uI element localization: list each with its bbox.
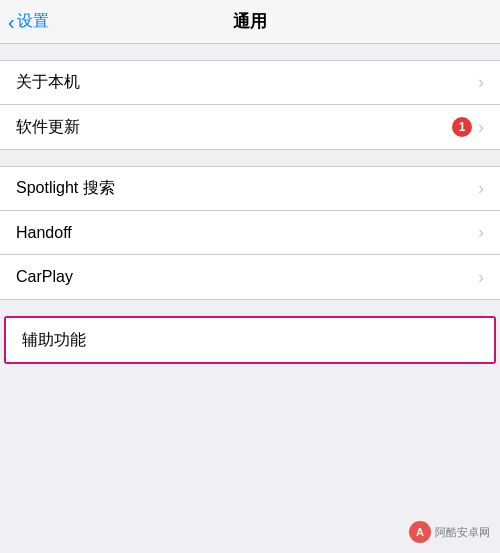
row-spotlight[interactable]: Spotlight 搜索 › xyxy=(0,167,500,211)
carplay-chevron-icon: › xyxy=(478,267,484,288)
back-button[interactable]: ‹ 设置 xyxy=(8,11,49,32)
page-title: 通用 xyxy=(233,10,267,33)
back-label: 设置 xyxy=(17,11,49,32)
handoff-chevron-icon: › xyxy=(478,222,484,243)
update-badge: 1 xyxy=(452,117,472,137)
watermark-site: 阿酷安卓网 xyxy=(435,525,490,540)
row-carplay[interactable]: CarPlay › xyxy=(0,255,500,299)
watermark: A 阿酷安卓网 xyxy=(409,521,490,543)
row-handoff[interactable]: Handoff › xyxy=(0,211,500,255)
about-chevron-icon: › xyxy=(478,72,484,93)
handoff-label: Handoff xyxy=(16,224,478,242)
spotlight-chevron-icon: › xyxy=(478,178,484,199)
watermark-logo-text: A xyxy=(416,526,424,538)
spotlight-right: › xyxy=(478,178,484,199)
spotlight-label: Spotlight 搜索 xyxy=(16,178,478,199)
about-label: 关于本机 xyxy=(16,72,478,93)
section-gap-top xyxy=(0,44,500,60)
about-right: › xyxy=(478,72,484,93)
software-update-right: 1 › xyxy=(452,117,484,138)
row-software-update[interactable]: 软件更新 1 › xyxy=(0,105,500,149)
watermark-logo: A xyxy=(409,521,431,543)
row-accessibility[interactable]: 辅助功能 xyxy=(6,318,494,362)
carplay-right: › xyxy=(478,267,484,288)
settings-list: 关于本机 › 软件更新 1 › Spotlight 搜索 › Handoff › xyxy=(0,44,500,364)
handoff-right: › xyxy=(478,222,484,243)
nav-bar: ‹ 设置 通用 xyxy=(0,0,500,44)
software-update-label: 软件更新 xyxy=(16,117,452,138)
section-2: Spotlight 搜索 › Handoff › CarPlay › xyxy=(0,166,500,300)
row-about[interactable]: 关于本机 › xyxy=(0,61,500,105)
carplay-label: CarPlay xyxy=(16,268,478,286)
back-chevron-icon: ‹ xyxy=(8,12,15,32)
software-update-chevron-icon: › xyxy=(478,117,484,138)
accessibility-label: 辅助功能 xyxy=(22,330,478,351)
section-1: 关于本机 › 软件更新 1 › xyxy=(0,60,500,150)
section-3: 辅助功能 xyxy=(4,316,496,364)
